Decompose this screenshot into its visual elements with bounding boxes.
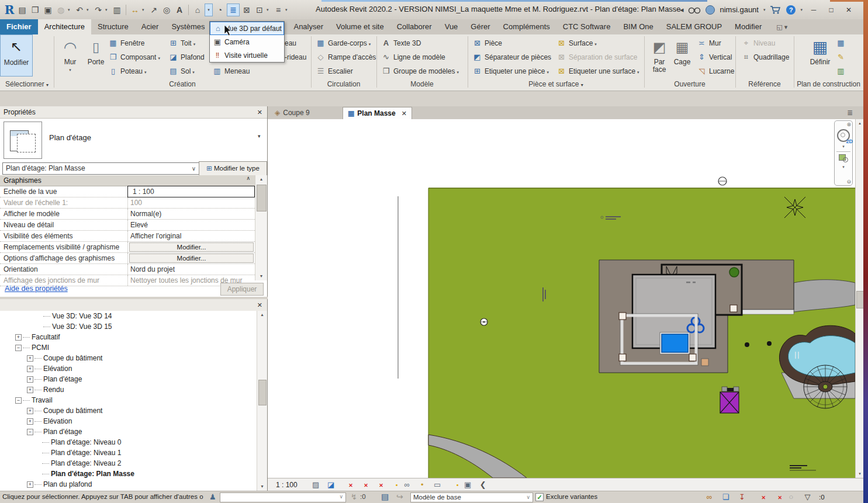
drag-elements-icon[interactable]: ✕ xyxy=(770,492,780,502)
switch-windows-icon[interactable]: ⊡ xyxy=(254,4,265,16)
tab-collaborer[interactable]: Collaborer xyxy=(390,19,438,34)
escalier-button[interactable]: ☰Escalier xyxy=(316,65,353,78)
tab-structure[interactable]: Structure xyxy=(91,19,135,34)
scroll-down-icon[interactable]: ▾ xyxy=(257,483,267,491)
browser-close-icon[interactable]: ✕ xyxy=(257,299,262,311)
worksets-icon[interactable]: ♟ xyxy=(209,492,216,501)
curtain-grid-label-fragment[interactable]: -rideau xyxy=(285,51,306,64)
modifier-button[interactable]: Modifier... xyxy=(129,242,254,252)
drawing-area[interactable] xyxy=(268,119,855,478)
scroll-thumb[interactable] xyxy=(257,185,267,211)
tree-item-active-view[interactable]: Plan d'étage: Plan Masse xyxy=(0,469,257,479)
type-dropdown-icon[interactable]: ▾ xyxy=(258,133,261,139)
print-icon[interactable]: ▥ xyxy=(111,4,123,16)
tree-item[interactable]: Plan d'étage: Niveau 0 xyxy=(0,437,257,448)
ref-plane-button[interactable]: ✎ xyxy=(836,51,848,64)
tree-item[interactable]: Plan d'étage: Niveau 2 xyxy=(0,458,257,469)
property-row[interactable]: OrientationNord du projet xyxy=(0,264,255,275)
tree-item[interactable]: −Plan d'étage xyxy=(0,426,257,437)
menu-item-camera[interactable]: ▣Caméra xyxy=(210,35,284,48)
property-row[interactable]: Visibilité des élémentsAfficher l'origin… xyxy=(0,231,255,242)
viewbar-collapse-icon[interactable]: ❮ xyxy=(478,480,488,490)
undo-dropdown-icon[interactable]: ▾ xyxy=(87,8,91,12)
tree-item[interactable]: Vue 3D: Vue 3D 15 xyxy=(0,321,257,332)
scroll-down-icon[interactable]: ▾ xyxy=(255,272,267,280)
rampe-acces-button[interactable]: ◇Rampe d'accès xyxy=(316,51,376,64)
design-options-combo[interactable]: Modèle de base∨ xyxy=(410,492,533,502)
sol-button[interactable]: ▤Sol▾ xyxy=(168,65,195,78)
tree-item[interactable]: −Travail xyxy=(0,395,257,405)
composant-button[interactable]: ❒Composant▾ xyxy=(108,51,160,64)
panel-piece-et-surface[interactable]: Pièce et surface ▾ xyxy=(468,79,644,89)
curtain-system-label-fragment[interactable]: eau xyxy=(285,37,296,50)
tree-expander[interactable]: + xyxy=(27,355,33,362)
reserved-icon[interactable]: ○ xyxy=(786,492,796,502)
property-row[interactable]: Echelle de la vue1 : 100 xyxy=(0,186,255,197)
modify-button[interactable]: ↖ Modifier xyxy=(0,34,33,77)
tree-item[interactable]: +Plan du plafond xyxy=(0,479,257,490)
tree-expander[interactable]: + xyxy=(27,418,33,425)
etiqueter-surface-button[interactable]: ⊠Etiqueter une surface▾ xyxy=(556,65,639,78)
quadrillage-button[interactable]: ⌗Quadrillage xyxy=(741,51,789,64)
view-tab-plan-masse[interactable]: ▦Plan Masse✕ xyxy=(343,107,412,120)
tree-expander[interactable]: − xyxy=(27,429,33,435)
detail-level-icon[interactable]: ▨ xyxy=(311,480,321,490)
tree-item[interactable]: +Elévation xyxy=(0,363,257,374)
tab-modifier[interactable]: Modifier xyxy=(728,19,768,34)
tree-item[interactable]: +Coupe du bâtiment xyxy=(0,405,257,416)
definir-button[interactable]: ▦ Définir xyxy=(807,36,834,66)
measure-dropdown-icon[interactable]: ▾ xyxy=(142,8,147,12)
lucarne-button[interactable]: ◹Lucarne xyxy=(697,65,734,78)
property-row[interactable]: Niveau de détailElevé xyxy=(0,220,255,231)
tree-item[interactable]: −PCMI xyxy=(0,342,257,353)
ouverture-mur-button[interactable]: ≍Mur xyxy=(697,37,721,50)
tree-item[interactable]: +Plan d'étage xyxy=(0,374,257,384)
tree-item[interactable]: +Facultatif xyxy=(0,332,257,342)
scroll-thumb[interactable] xyxy=(258,380,267,405)
scroll-up-icon[interactable]: ▴ xyxy=(257,311,267,319)
panel-modele[interactable]: Modèle xyxy=(376,79,468,89)
signed-in-user[interactable]: nimsi.gaunt xyxy=(720,5,758,14)
measure-icon[interactable]: ↔ xyxy=(129,4,141,16)
back-icon[interactable]: ◂ xyxy=(680,5,684,14)
groupe-modeles-button[interactable]: ❒Groupe de modèles▾ xyxy=(381,65,459,78)
user-dropdown-icon[interactable]: ▾ xyxy=(763,8,766,12)
workset-dialog-icon[interactable]: ▤ xyxy=(381,492,389,501)
close-button[interactable]: ✕ xyxy=(842,6,855,14)
tree-item[interactable]: Plan d'étage: Niveau 1 xyxy=(0,448,257,458)
wheel-dropdown-icon[interactable]: ▾ xyxy=(835,144,852,149)
properties-scrollbar[interactable]: ▴ ▾ xyxy=(255,175,267,280)
close-view-icon[interactable]: ✕ xyxy=(402,110,407,117)
menu-item-visite-virtuelle[interactable]: ‼Visite virtuelle xyxy=(210,48,284,62)
text-icon[interactable]: A xyxy=(174,4,185,16)
browser-scrollbar[interactable]: ▴ ▾ xyxy=(257,311,267,491)
properties-close-icon[interactable]: ✕ xyxy=(257,106,262,118)
section-graphismes[interactable]: Graphismes∧ xyxy=(0,175,255,186)
poteau-button[interactable]: ▯Poteau▾ xyxy=(108,65,147,78)
customize-dropdown-icon[interactable]: ▾ xyxy=(285,8,290,12)
niveau-button[interactable]: ⌖Niveau xyxy=(741,37,775,50)
editable-elements-icon[interactable]: ↯ xyxy=(351,492,357,501)
modifier-button[interactable]: Modifier... xyxy=(129,254,254,263)
tree-item[interactable]: +Elévation xyxy=(0,416,257,426)
tab-systemes[interactable]: Systèmes xyxy=(165,19,211,34)
section-icon[interactable]: ◔ xyxy=(214,4,226,16)
panel-circulation[interactable]: Circulation xyxy=(311,79,376,89)
combo-arrow-icon[interactable]: ∨ xyxy=(526,493,530,502)
property-row[interactable]: Remplacements visibilité / graphismeModi… xyxy=(0,242,255,253)
panel-selectionner[interactable]: Sélectionner ▾ xyxy=(0,79,54,89)
properties-icon[interactable]: ▤ xyxy=(16,4,28,16)
ouverture-vertical-button[interactable]: ⇕Vertical xyxy=(697,51,732,64)
customize-qat-icon[interactable]: ≡ xyxy=(272,4,284,16)
save-icon[interactable]: ▣ xyxy=(42,4,54,16)
undo-icon[interactable]: ↶ xyxy=(74,4,85,16)
project-browser-header[interactable]: ✕ xyxy=(0,299,267,311)
tab-architecture[interactable]: Architecture xyxy=(38,19,91,34)
tree-expander[interactable]: + xyxy=(27,481,33,488)
panel-plan-de-construction[interactable]: Plan de construction xyxy=(794,79,863,89)
open-icon[interactable]: ❒ xyxy=(29,4,41,16)
exclude-options-checkbox[interactable]: ✓ xyxy=(535,493,544,501)
temporary-view-properties-icon[interactable]: ▭ xyxy=(433,480,442,490)
switch-windows-dropdown-icon[interactable]: ▾ xyxy=(267,8,271,12)
shadows-icon[interactable]: ✕ xyxy=(357,480,366,490)
